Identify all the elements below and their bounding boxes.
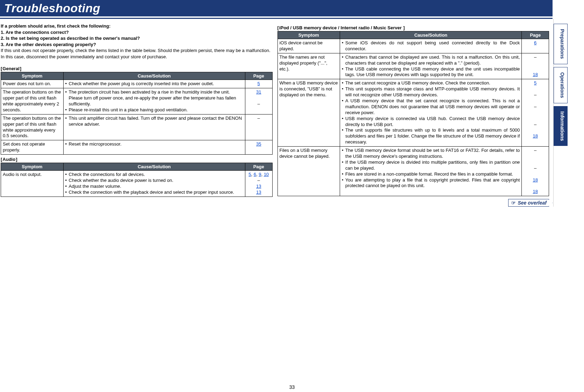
bullet-item: Check whether the power plug is correctl… — [65, 81, 243, 87]
audio-th-page: Page — [245, 163, 272, 171]
page-link[interactable]: 18 — [533, 72, 538, 77]
ipod-th-page: Page — [522, 31, 549, 39]
cause-cell: Check the connections for all devices.Ch… — [63, 171, 245, 197]
bullet-item: Characters that cannot be displayed are … — [342, 54, 520, 66]
bullet-item: A USB memory device that the set cannot … — [342, 98, 520, 116]
tab-preparations[interactable]: Preparations — [554, 24, 568, 64]
symptom-cell: When a USB memory device is connected, "… — [277, 79, 340, 147]
page-link[interactable]: 35 — [256, 141, 261, 147]
cause-cell: The protection circuit has been activate… — [63, 88, 245, 114]
bullet-item: Reset the microprocessor. — [65, 141, 243, 147]
audio-table: Symptom Cause/Solution Page Audio is not… — [1, 163, 273, 197]
tab-informations[interactable]: Informations — [554, 106, 568, 146]
page-cell: – – 18 18 — [522, 147, 549, 196]
page-link[interactable]: 5 — [258, 81, 260, 86]
bullet-item: Adjust the master volume. — [65, 184, 243, 190]
general-th-page: Page — [245, 72, 272, 80]
bullet-item: USB memory device is connected via USB h… — [342, 116, 520, 128]
bullet-item: The protection circuit has been activate… — [65, 89, 243, 107]
audio-th-symptom: Symptom — [1, 163, 64, 171]
intro-body: If this unit does not operate properly, … — [1, 47, 273, 60]
page-link[interactable]: 5 — [248, 172, 251, 177]
audio-th-cause: Cause/Solution — [63, 163, 245, 171]
table-row: When a USB memory device is connected, "… — [277, 79, 549, 147]
see-overleaf-button[interactable]: ☞ See overleaf — [508, 199, 549, 207]
side-tabs: Preparations Operations Informations — [553, 19, 584, 207]
cause-cell: Characters that cannot be displayed are … — [340, 53, 522, 79]
page-cell: – — [245, 114, 272, 140]
page-link[interactable]: 18 — [533, 133, 538, 139]
table-row: Files on a USB memory device cannot be p… — [277, 147, 549, 196]
pointer-icon: ☞ — [511, 200, 516, 206]
ipod-tbody: iOS device cannot be played. Some iOS de… — [277, 39, 549, 196]
page-link[interactable]: 5 — [534, 80, 536, 86]
ipod-th-symptom: Symptom — [277, 31, 340, 39]
symptom-cell: Audio is not output. — [1, 171, 64, 197]
cause-cell: Reset the microprocessor. — [63, 140, 245, 155]
general-heading: General — [1, 66, 21, 71]
title-bar: Troubleshooting — [0, 0, 553, 16]
bullet-item: This unit supports mass storage class an… — [342, 86, 520, 98]
page-cell: – 18 — [522, 53, 549, 79]
symptom-cell: Power does not turn on. — [1, 80, 64, 88]
symptom-cell: The operation buttons on the upper part … — [1, 114, 64, 140]
symptom-cell: Set does not operate properly. — [1, 140, 64, 155]
table-row: The file names are not displayed properl… — [277, 53, 549, 79]
page-link[interactable]: 18 — [533, 177, 538, 183]
general-tbody: Power does not turn on. Check whether th… — [1, 80, 273, 155]
symptom-cell: Files on a USB memory device cannot be p… — [277, 147, 340, 196]
page-link[interactable]: 6 — [534, 40, 536, 45]
see-overleaf-label: See overleaf — [518, 200, 547, 206]
symptom-cell: iOS device cannot be played. — [277, 39, 340, 53]
general-th-cause: Cause/Solution — [63, 72, 245, 80]
general-table: Symptom Cause/Solution Page Power does n… — [1, 72, 273, 155]
page-link[interactable]: 9 — [259, 172, 261, 177]
page-cell: 5 — [245, 80, 272, 88]
bullet-item: The unit supports file structures with u… — [342, 127, 520, 145]
bullet-item: The USB cable connecting the USB memory … — [342, 66, 520, 78]
bullet-item: Some iOS devices do not support being us… — [342, 40, 520, 52]
cause-cell: The set cannot recognize a USB memory de… — [340, 79, 522, 147]
left-column: If a problem should arise, first check t… — [1, 23, 273, 207]
table-row: Audio is not output. Check the connectio… — [1, 171, 273, 197]
table-row: iOS device cannot be played. Some iOS de… — [277, 39, 549, 53]
page-cell: 6 — [522, 39, 549, 53]
bullet-item: You are attempting to play a file that i… — [342, 177, 520, 189]
intro-check-2: 2. Is the set being operated as describe… — [1, 35, 273, 42]
bullet-item: Check the connections for all devices. — [65, 172, 243, 178]
table-row: Set does not operate properly. Reset the… — [1, 140, 273, 155]
intro-check-1: 1. Are the connections correct? — [1, 29, 273, 36]
ipod-heading: iPod / USB memory device / Internet radi… — [277, 25, 405, 30]
page-link[interactable]: 6 — [254, 172, 256, 177]
audio-tbody: Audio is not output. Check the connectio… — [1, 171, 273, 197]
cause-cell: The USB memory device format should be s… — [340, 147, 522, 196]
page-cell: 5, 6, 9, 10–1313 — [245, 171, 272, 197]
bullet-item: Files are stored in a non-compatible for… — [342, 171, 520, 177]
page-link[interactable]: 13 — [256, 190, 261, 195]
bullet-item: This unit amplifier circuit has failed. … — [65, 116, 243, 127]
bullet-item: Check the connection with the playback d… — [65, 190, 243, 195]
intro-heading: If a problem should arise, first check t… — [1, 23, 273, 29]
page-number: 33 — [289, 384, 295, 390]
bullet-item: The USB memory device format should be s… — [342, 148, 520, 160]
page-cell: 35 — [245, 140, 272, 155]
right-column: iPod / USB memory device / Internet radi… — [277, 23, 549, 207]
page-title: Troubleshooting — [4, 1, 100, 15]
intro-block: If a problem should arise, first check t… — [1, 23, 273, 60]
bullet-item: Please re-install this unit in a place h… — [65, 107, 243, 113]
page-cell: 5 – – – 18 — [522, 79, 549, 147]
page-link[interactable]: 31 — [256, 89, 261, 95]
cause-cell: Check whether the power plug is correctl… — [63, 80, 245, 88]
cause-cell: Some iOS devices do not support being us… — [340, 39, 522, 53]
cause-cell: This unit amplifier circuit has failed. … — [63, 114, 245, 140]
symptom-cell: The file names are not displayed properl… — [277, 53, 340, 79]
general-th-symptom: Symptom — [1, 72, 64, 80]
symptom-cell: The operation buttons on the upper part … — [1, 88, 64, 114]
page-link[interactable]: 10 — [264, 172, 269, 177]
tab-operations[interactable]: Operations — [554, 67, 568, 103]
bullet-item: The set cannot recognize a USB memory de… — [342, 80, 520, 86]
bullet-item: Check whether the audio device power is … — [65, 178, 243, 184]
page-link[interactable]: 13 — [256, 184, 261, 189]
page-link[interactable]: 18 — [533, 189, 538, 194]
ipod-th-cause: Cause/Solution — [340, 31, 522, 39]
